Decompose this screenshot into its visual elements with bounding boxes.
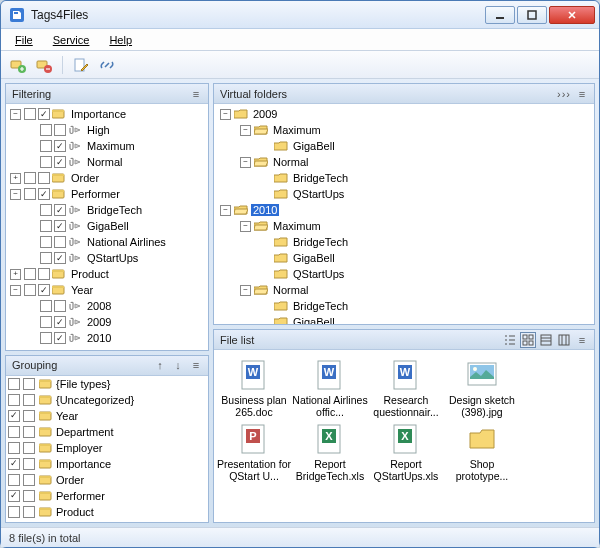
grouping-checkbox-1[interactable]	[8, 490, 20, 502]
expander-icon[interactable]: −	[240, 157, 251, 168]
panel-menu-icon[interactable]: ≡	[188, 357, 204, 373]
vfolder-node[interactable]: BridgeTech	[214, 234, 594, 250]
filter-checkbox-1[interactable]	[40, 156, 52, 168]
vfolder-node[interactable]: −2010	[214, 202, 594, 218]
vfolder-node[interactable]: −Maximum	[214, 122, 594, 138]
move-down-icon[interactable]: ↓	[170, 357, 186, 373]
filter-checkbox-2[interactable]	[54, 220, 66, 232]
vfolder-node[interactable]: BridgeTech	[214, 298, 594, 314]
grouping-checkbox-1[interactable]	[8, 458, 20, 470]
close-button[interactable]	[549, 6, 595, 24]
file-item[interactable]: Shop prototype...	[444, 420, 520, 484]
expander-icon[interactable]: −	[240, 285, 251, 296]
view-details-icon[interactable]	[538, 332, 554, 348]
view-list-icon[interactable]	[502, 332, 518, 348]
filter-node[interactable]: Maximum	[6, 138, 208, 154]
filter-checkbox-1[interactable]	[40, 300, 52, 312]
filter-node[interactable]: −Performer	[6, 186, 208, 202]
grouping-row[interactable]: Importance	[6, 456, 208, 472]
filter-checkbox-2[interactable]	[54, 316, 66, 328]
filter-node[interactable]: −Importance	[6, 106, 208, 122]
filter-node[interactable]: +Product	[6, 266, 208, 282]
grouping-checkbox-1[interactable]	[8, 442, 20, 454]
expander-icon[interactable]: −	[240, 125, 251, 136]
move-up-icon[interactable]: ↑	[152, 357, 168, 373]
filter-checkbox-1[interactable]	[24, 108, 36, 120]
panel-menu-icon[interactable]: ≡	[188, 86, 204, 102]
grouping-body[interactable]: {File types}{Uncategorized}YearDepartmen…	[6, 376, 208, 522]
filter-checkbox-1[interactable]	[40, 204, 52, 216]
toolbar-add-tag-button[interactable]	[7, 54, 29, 76]
filter-node[interactable]: 2009	[6, 314, 208, 330]
grouping-checkbox-1[interactable]	[8, 394, 20, 406]
menu-help[interactable]: Help	[101, 32, 140, 48]
menu-service[interactable]: Service	[45, 32, 98, 48]
menu-file[interactable]: File	[7, 32, 41, 48]
grouping-checkbox-2[interactable]	[23, 474, 35, 486]
grouping-checkbox-2[interactable]	[23, 410, 35, 422]
filter-checkbox-2[interactable]	[38, 284, 50, 296]
vfolder-node[interactable]: −Normal	[214, 282, 594, 298]
panel-menu-icon[interactable]: ≡	[574, 332, 590, 348]
filter-checkbox-2[interactable]	[54, 124, 66, 136]
file-item[interactable]: WNational Airlines offic...	[292, 356, 368, 420]
vfolder-node[interactable]: GigaBell	[214, 250, 594, 266]
filter-node[interactable]: Normal	[6, 154, 208, 170]
grouping-row[interactable]: {File types}	[6, 376, 208, 392]
filter-checkbox-2[interactable]	[54, 252, 66, 264]
minimize-button[interactable]	[485, 6, 515, 24]
toolbar-edit-button[interactable]	[70, 54, 92, 76]
grouping-checkbox-2[interactable]	[23, 458, 35, 470]
filter-node[interactable]: +Order	[6, 170, 208, 186]
expander-icon[interactable]: −	[10, 285, 21, 296]
file-item[interactable]: WBusiness plan 265.doc	[216, 356, 292, 420]
grouping-checkbox-1[interactable]	[8, 506, 20, 518]
grouping-checkbox-2[interactable]	[23, 426, 35, 438]
filter-checkbox-1[interactable]	[40, 316, 52, 328]
expander-icon[interactable]: −	[10, 189, 21, 200]
filter-checkbox-1[interactable]	[24, 188, 36, 200]
file-item[interactable]: XReport QStartUps.xls	[368, 420, 444, 484]
grouping-row[interactable]: Product	[6, 504, 208, 520]
grouping-row[interactable]: Employer	[6, 440, 208, 456]
filter-checkbox-2[interactable]	[38, 172, 50, 184]
toolbar-link-button[interactable]	[96, 54, 118, 76]
grouping-row[interactable]: Year	[6, 408, 208, 424]
expander-icon[interactable]: −	[10, 109, 21, 120]
grouping-row[interactable]: Performer	[6, 488, 208, 504]
virtual-folders-body[interactable]: −2009−MaximumGigaBell−NormalBridgeTechQS…	[214, 104, 594, 324]
view-columns-icon[interactable]	[556, 332, 572, 348]
vfolder-node[interactable]: −2009	[214, 106, 594, 122]
expander-icon[interactable]: +	[10, 269, 21, 280]
filter-checkbox-2[interactable]	[54, 204, 66, 216]
grouping-checkbox-2[interactable]	[23, 378, 35, 390]
filter-checkbox-1[interactable]	[40, 236, 52, 248]
view-icons-icon[interactable]	[520, 332, 536, 348]
filter-checkbox-1[interactable]	[40, 124, 52, 136]
file-list-body[interactable]: WBusiness plan 265.docWNational Airlines…	[214, 350, 594, 522]
vfolder-node[interactable]: GigaBell	[214, 138, 594, 154]
vfolder-node[interactable]: GigaBell	[214, 314, 594, 324]
grouping-checkbox-1[interactable]	[8, 410, 20, 422]
filter-checkbox-1[interactable]	[40, 252, 52, 264]
vfolder-node[interactable]: BridgeTech	[214, 170, 594, 186]
filter-checkbox-2[interactable]	[54, 156, 66, 168]
filter-checkbox-2[interactable]	[38, 188, 50, 200]
vfolder-node[interactable]: QStartUps	[214, 266, 594, 282]
toolbar-remove-tag-button[interactable]	[33, 54, 55, 76]
expander-icon[interactable]: +	[10, 173, 21, 184]
filter-checkbox-1[interactable]	[24, 172, 36, 184]
filter-checkbox-1[interactable]	[40, 220, 52, 232]
grouping-checkbox-1[interactable]	[8, 474, 20, 486]
filter-node[interactable]: 2008	[6, 298, 208, 314]
grouping-row[interactable]: Department	[6, 424, 208, 440]
expander-icon[interactable]: −	[220, 205, 231, 216]
file-item[interactable]: XReport BridgeTech.xls	[292, 420, 368, 484]
filtering-body[interactable]: −ImportanceHighMaximumNormal+Order−Perfo…	[6, 104, 208, 350]
filter-checkbox-1[interactable]	[40, 332, 52, 344]
filter-node[interactable]: 2010	[6, 330, 208, 346]
filter-node[interactable]: National Airlines	[6, 234, 208, 250]
filter-checkbox-2[interactable]	[38, 268, 50, 280]
vfolder-node[interactable]: −Normal	[214, 154, 594, 170]
filter-checkbox-2[interactable]	[54, 300, 66, 312]
